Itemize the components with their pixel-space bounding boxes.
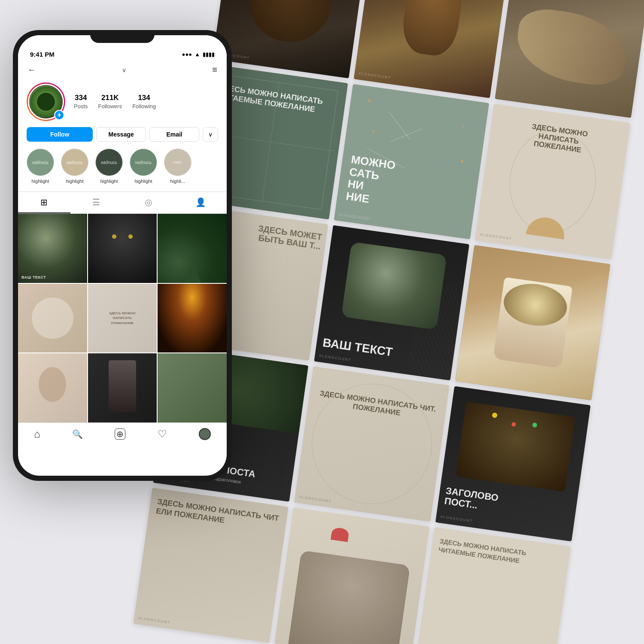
- highlight-circle-5: надп.: [164, 149, 191, 176]
- signal-icon: ●●●: [182, 51, 192, 58]
- highlight-circle-2: надпись: [61, 149, 88, 176]
- highlight-4[interactable]: надпись highlight: [130, 149, 157, 184]
- grid-cell-8[interactable]: [88, 353, 157, 422]
- grid-cell-6[interactable]: [158, 284, 227, 353]
- collage-card-2: #LONGCOUNT: [354, 0, 509, 98]
- collage-card-5: #LONGCOUNT МОЖНОСАТЬНИНИЕ: [334, 84, 489, 239]
- menu-button[interactable]: ≡: [212, 65, 217, 75]
- follow-button[interactable]: Follow: [27, 127, 93, 142]
- battery-icon: ▮▮▮▮: [203, 51, 215, 58]
- highlight-label-3: highlight: [100, 179, 118, 184]
- username-chevron[interactable]: ∨: [122, 67, 126, 73]
- wifi-icon: ▲: [194, 51, 200, 58]
- tabs-row: ⊞ ☰ ◎ 👤: [18, 191, 227, 214]
- tab-grid[interactable]: ⊞: [18, 192, 70, 213]
- tagged-icon: 👤: [195, 197, 206, 207]
- tab-list[interactable]: ☰: [70, 192, 123, 213]
- profile-header: + 334 Posts 211K Followers 134: [27, 82, 218, 121]
- tab-location[interactable]: ◎: [122, 192, 175, 213]
- stat-following: 134 Following: [132, 94, 156, 110]
- collage-card-9: [455, 245, 610, 400]
- phone-outer: 9:41 PM ●●● ▲ ▮▮▮▮ ← ∨ ≡: [13, 30, 232, 481]
- back-button[interactable]: ←: [27, 65, 36, 75]
- collage-card-3: [495, 0, 644, 118]
- phone-screen: 9:41 PM ●●● ▲ ▮▮▮▮ ← ∨ ≡: [18, 35, 227, 476]
- email-button[interactable]: Email: [149, 127, 199, 142]
- location-icon: ◎: [145, 197, 152, 207]
- posts-value: 334: [74, 94, 88, 102]
- status-time: 9:41 PM: [30, 51, 55, 58]
- heart-button[interactable]: ♡: [158, 428, 167, 440]
- grid-cell-7[interactable]: [18, 353, 87, 422]
- highlight-5[interactable]: надп. highli...: [164, 149, 191, 184]
- create-button[interactable]: ⊕: [115, 428, 125, 440]
- stats-row: 334 Posts 211K Followers 134 Following: [74, 94, 156, 110]
- highlight-2[interactable]: надпись highlight: [61, 149, 88, 184]
- highlight-label-4: highlight: [135, 179, 152, 184]
- status-icons: ●●● ▲ ▮▮▮▮: [182, 51, 215, 58]
- grid-cell-3[interactable]: [158, 214, 227, 283]
- collage-card-11: #LONGCOUNT ЗДЕСЬ МОЖНО НАПИСАТЬ ЧИТ. ПОЖ…: [294, 366, 449, 521]
- collage-card-12: #LONGCOUNT ЗАГОЛОВОПОСТ...: [435, 386, 590, 541]
- tab-tagged[interactable]: 👤: [175, 192, 227, 213]
- grid-cell-5[interactable]: ЗДЕСЬ МОЖНОНАПИСАТЬПОЖЕЛАНИЕ: [88, 284, 157, 353]
- grid-icon: ⊞: [40, 197, 48, 207]
- avatar-add-button[interactable]: +: [54, 110, 64, 120]
- phone-notch: [90, 30, 155, 43]
- followers-label: Followers: [98, 103, 122, 109]
- list-icon: ☰: [92, 197, 100, 207]
- highlight-label-1: highlight: [32, 179, 49, 184]
- avatar-wrap: +: [27, 82, 65, 121]
- grid-cell-9[interactable]: [158, 353, 227, 422]
- collage-card-1: #LONGCOUNT: [213, 0, 368, 78]
- highlights-row: надпись highlight надпись highlight надп…: [27, 149, 218, 186]
- nav-bar: ← ∨ ≡: [18, 61, 227, 79]
- bottom-nav: ⌂ 🔍 ⊕ ♡: [18, 422, 227, 449]
- highlight-circle-3: надпись: [95, 149, 123, 176]
- grid-cell-2[interactable]: [88, 214, 157, 283]
- following-label: Following: [132, 103, 156, 109]
- highlight-circle-1: надпись: [27, 149, 54, 176]
- action-buttons: Follow Message Email ∨: [27, 127, 218, 142]
- highlight-label-2: highlight: [66, 179, 84, 184]
- highlight-1[interactable]: надпись highlight: [27, 149, 54, 184]
- highlight-circle-4: надпись: [130, 149, 157, 176]
- collage-card-6: #LONGCOUNT ЗДЕСЬ МОЖНОНАПИСАТЬПОЖЕЛАНИЕ: [475, 104, 630, 259]
- following-value: 134: [132, 94, 156, 102]
- home-button[interactable]: ⌂: [34, 428, 40, 440]
- search-button[interactable]: 🔍: [72, 429, 83, 439]
- stat-posts: 334 Posts: [74, 94, 88, 110]
- dropdown-button[interactable]: ∨: [203, 127, 218, 142]
- stat-followers: 211K Followers: [98, 94, 122, 110]
- message-button[interactable]: Message: [96, 127, 146, 142]
- profile-button[interactable]: [199, 428, 211, 440]
- collage-card-8: #LONGCOUNT ВАШ ТЕКСТ: [314, 225, 469, 380]
- collage-card-13: ЗДЕСЬ МОЖНО НАПИСАТЬ ЧИТ ЕЛИ ПОЖЕЛАНИЕ #…: [133, 488, 288, 643]
- profile-section: + 334 Posts 211K Followers 134: [18, 79, 227, 191]
- highlight-3[interactable]: надпись highlight: [95, 149, 123, 184]
- photo-grid: ВАШ ТЕКСТ: [18, 214, 227, 422]
- grid-cell-4[interactable]: [18, 284, 87, 353]
- followers-value: 211K: [98, 94, 122, 102]
- phone-wrapper: 9:41 PM ●●● ▲ ▮▮▮▮ ← ∨ ≡: [13, 30, 232, 481]
- highlight-label-5: highli...: [170, 179, 185, 184]
- posts-label: Posts: [74, 103, 88, 109]
- collage-card-15: ЗДЕСЬ МОЖНО НАПИСАТЬ ЧИТАЕМЫЕ ПОЖЕЛАНИЕ …: [416, 527, 571, 644]
- grid-cell-1[interactable]: ВАШ ТЕКСТ: [18, 214, 87, 283]
- collage-card-14: [274, 507, 429, 644]
